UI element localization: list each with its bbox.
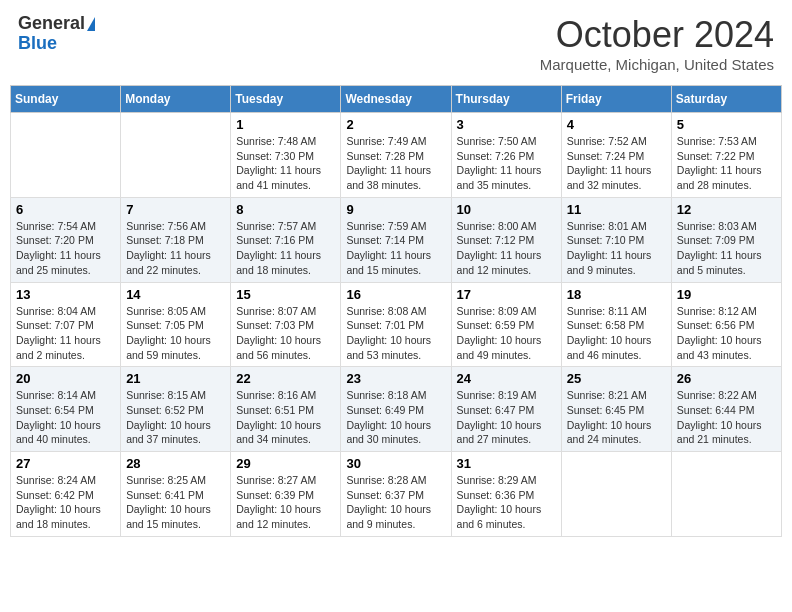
day-number: 13 (16, 287, 115, 302)
day-number: 4 (567, 117, 666, 132)
day-info: Sunrise: 7:57 AM Sunset: 7:16 PM Dayligh… (236, 219, 335, 278)
calendar-cell: 3Sunrise: 7:50 AM Sunset: 7:26 PM Daylig… (451, 113, 561, 198)
day-info: Sunrise: 8:14 AM Sunset: 6:54 PM Dayligh… (16, 388, 115, 447)
day-info: Sunrise: 7:53 AM Sunset: 7:22 PM Dayligh… (677, 134, 776, 193)
calendar-cell: 4Sunrise: 7:52 AM Sunset: 7:24 PM Daylig… (561, 113, 671, 198)
calendar-cell: 25Sunrise: 8:21 AM Sunset: 6:45 PM Dayli… (561, 367, 671, 452)
calendar-cell (671, 452, 781, 537)
calendar-table: SundayMondayTuesdayWednesdayThursdayFrid… (10, 85, 782, 537)
calendar-cell: 24Sunrise: 8:19 AM Sunset: 6:47 PM Dayli… (451, 367, 561, 452)
day-info: Sunrise: 8:01 AM Sunset: 7:10 PM Dayligh… (567, 219, 666, 278)
calendar-cell (121, 113, 231, 198)
day-number: 26 (677, 371, 776, 386)
day-info: Sunrise: 8:24 AM Sunset: 6:42 PM Dayligh… (16, 473, 115, 532)
day-number: 29 (236, 456, 335, 471)
day-number: 15 (236, 287, 335, 302)
day-number: 25 (567, 371, 666, 386)
day-number: 27 (16, 456, 115, 471)
day-info: Sunrise: 8:09 AM Sunset: 6:59 PM Dayligh… (457, 304, 556, 363)
page-header: General Blue October 2024 Marquette, Mic… (10, 10, 782, 77)
header-saturday: Saturday (671, 86, 781, 113)
title-section: October 2024 Marquette, Michigan, United… (540, 14, 774, 73)
location-text: Marquette, Michigan, United States (540, 56, 774, 73)
calendar-cell: 18Sunrise: 8:11 AM Sunset: 6:58 PM Dayli… (561, 282, 671, 367)
calendar-cell (11, 113, 121, 198)
day-number: 23 (346, 371, 445, 386)
day-number: 24 (457, 371, 556, 386)
calendar-cell: 1Sunrise: 7:48 AM Sunset: 7:30 PM Daylig… (231, 113, 341, 198)
month-title: October 2024 (540, 14, 774, 56)
calendar-cell: 8Sunrise: 7:57 AM Sunset: 7:16 PM Daylig… (231, 197, 341, 282)
day-info: Sunrise: 7:52 AM Sunset: 7:24 PM Dayligh… (567, 134, 666, 193)
calendar-cell: 10Sunrise: 8:00 AM Sunset: 7:12 PM Dayli… (451, 197, 561, 282)
day-number: 14 (126, 287, 225, 302)
calendar-header-row: SundayMondayTuesdayWednesdayThursdayFrid… (11, 86, 782, 113)
day-number: 31 (457, 456, 556, 471)
calendar-cell: 17Sunrise: 8:09 AM Sunset: 6:59 PM Dayli… (451, 282, 561, 367)
logo: General Blue (18, 14, 95, 54)
day-number: 17 (457, 287, 556, 302)
day-info: Sunrise: 8:05 AM Sunset: 7:05 PM Dayligh… (126, 304, 225, 363)
day-number: 16 (346, 287, 445, 302)
day-info: Sunrise: 8:18 AM Sunset: 6:49 PM Dayligh… (346, 388, 445, 447)
header-friday: Friday (561, 86, 671, 113)
calendar-cell: 27Sunrise: 8:24 AM Sunset: 6:42 PM Dayli… (11, 452, 121, 537)
day-number: 9 (346, 202, 445, 217)
calendar-cell: 14Sunrise: 8:05 AM Sunset: 7:05 PM Dayli… (121, 282, 231, 367)
calendar-cell (561, 452, 671, 537)
day-info: Sunrise: 8:00 AM Sunset: 7:12 PM Dayligh… (457, 219, 556, 278)
day-number: 12 (677, 202, 776, 217)
day-number: 7 (126, 202, 225, 217)
calendar-cell: 28Sunrise: 8:25 AM Sunset: 6:41 PM Dayli… (121, 452, 231, 537)
day-number: 20 (16, 371, 115, 386)
calendar-cell: 29Sunrise: 8:27 AM Sunset: 6:39 PM Dayli… (231, 452, 341, 537)
calendar-cell: 19Sunrise: 8:12 AM Sunset: 6:56 PM Dayli… (671, 282, 781, 367)
calendar-week-3: 13Sunrise: 8:04 AM Sunset: 7:07 PM Dayli… (11, 282, 782, 367)
day-number: 5 (677, 117, 776, 132)
calendar-cell: 26Sunrise: 8:22 AM Sunset: 6:44 PM Dayli… (671, 367, 781, 452)
day-info: Sunrise: 8:15 AM Sunset: 6:52 PM Dayligh… (126, 388, 225, 447)
day-info: Sunrise: 8:08 AM Sunset: 7:01 PM Dayligh… (346, 304, 445, 363)
calendar-week-2: 6Sunrise: 7:54 AM Sunset: 7:20 PM Daylig… (11, 197, 782, 282)
calendar-cell: 11Sunrise: 8:01 AM Sunset: 7:10 PM Dayli… (561, 197, 671, 282)
day-info: Sunrise: 7:49 AM Sunset: 7:28 PM Dayligh… (346, 134, 445, 193)
logo-blue-text: Blue (18, 34, 95, 54)
header-thursday: Thursday (451, 86, 561, 113)
day-info: Sunrise: 8:12 AM Sunset: 6:56 PM Dayligh… (677, 304, 776, 363)
day-info: Sunrise: 8:29 AM Sunset: 6:36 PM Dayligh… (457, 473, 556, 532)
calendar-cell: 2Sunrise: 7:49 AM Sunset: 7:28 PM Daylig… (341, 113, 451, 198)
header-wednesday: Wednesday (341, 86, 451, 113)
day-number: 11 (567, 202, 666, 217)
day-number: 3 (457, 117, 556, 132)
logo-general-text: General (18, 14, 85, 34)
day-info: Sunrise: 8:16 AM Sunset: 6:51 PM Dayligh… (236, 388, 335, 447)
calendar-cell: 16Sunrise: 8:08 AM Sunset: 7:01 PM Dayli… (341, 282, 451, 367)
day-number: 22 (236, 371, 335, 386)
day-info: Sunrise: 7:48 AM Sunset: 7:30 PM Dayligh… (236, 134, 335, 193)
day-info: Sunrise: 8:22 AM Sunset: 6:44 PM Dayligh… (677, 388, 776, 447)
calendar-week-4: 20Sunrise: 8:14 AM Sunset: 6:54 PM Dayli… (11, 367, 782, 452)
day-number: 8 (236, 202, 335, 217)
day-info: Sunrise: 8:19 AM Sunset: 6:47 PM Dayligh… (457, 388, 556, 447)
calendar-cell: 6Sunrise: 7:54 AM Sunset: 7:20 PM Daylig… (11, 197, 121, 282)
day-info: Sunrise: 8:03 AM Sunset: 7:09 PM Dayligh… (677, 219, 776, 278)
calendar-cell: 23Sunrise: 8:18 AM Sunset: 6:49 PM Dayli… (341, 367, 451, 452)
header-tuesday: Tuesday (231, 86, 341, 113)
calendar-cell: 20Sunrise: 8:14 AM Sunset: 6:54 PM Dayli… (11, 367, 121, 452)
day-info: Sunrise: 8:27 AM Sunset: 6:39 PM Dayligh… (236, 473, 335, 532)
logo-icon (87, 17, 95, 31)
day-number: 10 (457, 202, 556, 217)
calendar-cell: 31Sunrise: 8:29 AM Sunset: 6:36 PM Dayli… (451, 452, 561, 537)
day-info: Sunrise: 7:54 AM Sunset: 7:20 PM Dayligh… (16, 219, 115, 278)
day-info: Sunrise: 8:21 AM Sunset: 6:45 PM Dayligh… (567, 388, 666, 447)
calendar-cell: 21Sunrise: 8:15 AM Sunset: 6:52 PM Dayli… (121, 367, 231, 452)
day-info: Sunrise: 8:28 AM Sunset: 6:37 PM Dayligh… (346, 473, 445, 532)
day-info: Sunrise: 7:56 AM Sunset: 7:18 PM Dayligh… (126, 219, 225, 278)
calendar-cell: 22Sunrise: 8:16 AM Sunset: 6:51 PM Dayli… (231, 367, 341, 452)
calendar-cell: 15Sunrise: 8:07 AM Sunset: 7:03 PM Dayli… (231, 282, 341, 367)
calendar-cell: 12Sunrise: 8:03 AM Sunset: 7:09 PM Dayli… (671, 197, 781, 282)
day-number: 19 (677, 287, 776, 302)
day-info: Sunrise: 8:04 AM Sunset: 7:07 PM Dayligh… (16, 304, 115, 363)
day-number: 21 (126, 371, 225, 386)
calendar-cell: 7Sunrise: 7:56 AM Sunset: 7:18 PM Daylig… (121, 197, 231, 282)
